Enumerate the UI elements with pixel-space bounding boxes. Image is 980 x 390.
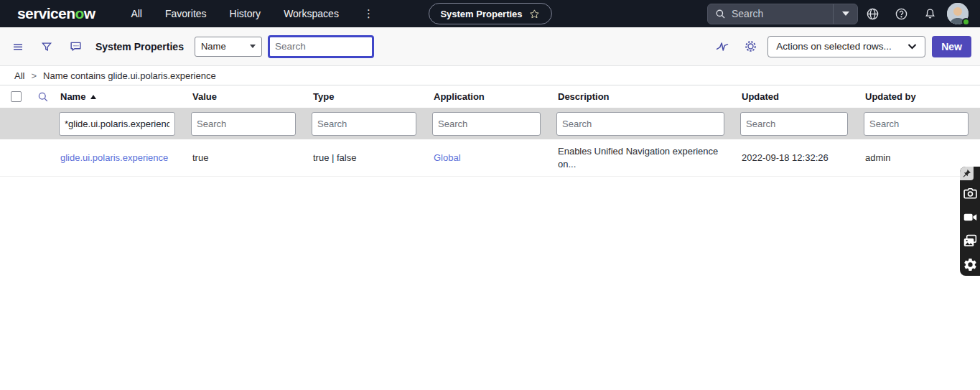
help-button[interactable]: [887, 0, 915, 27]
filter-button[interactable]: [40, 40, 53, 53]
column-header-description[interactable]: Description: [552, 85, 736, 108]
filter-input-description[interactable]: [556, 112, 724, 136]
search-scope-toggle[interactable]: [834, 4, 857, 24]
filter-row-spacer: [32, 108, 55, 139]
filter-input-type[interactable]: [312, 112, 416, 136]
filter-input-name[interactable]: [59, 112, 175, 136]
camera-icon: [963, 186, 978, 201]
record-button[interactable]: [962, 209, 978, 225]
global-search-input[interactable]: [732, 8, 823, 19]
list-table: Name Value Type Application Description …: [0, 85, 980, 177]
column-header-type[interactable]: Type: [307, 85, 428, 108]
column-header-value[interactable]: Value: [187, 85, 307, 108]
search-field-select[interactable]: Name: [195, 37, 262, 57]
context-pill[interactable]: System Properties: [428, 3, 551, 24]
context-pill-label: System Properties: [440, 9, 522, 19]
breadcrumb: All > Name contains glide.ui.polaris.exp…: [0, 66, 980, 85]
filter-cell-updated-by: [859, 108, 980, 139]
breadcrumb-all[interactable]: All: [14, 70, 24, 81]
star-icon[interactable]: [529, 9, 540, 19]
chat-button[interactable]: [69, 40, 83, 53]
presence-dot: [962, 18, 970, 26]
chat-icon: [69, 40, 83, 53]
cell-type: true | false: [307, 139, 428, 177]
nav-item-workspaces[interactable]: Workspaces: [272, 8, 350, 19]
filter-input-value[interactable]: [191, 112, 296, 136]
filter-input-updated[interactable]: [740, 112, 848, 136]
search-icon: [715, 9, 726, 19]
breadcrumb-filter[interactable]: Name contains glide.ui.polaris.experienc…: [43, 70, 216, 81]
application-link[interactable]: Global: [434, 152, 461, 163]
search-field-value: Name: [201, 41, 226, 52]
actions-select-value: Actions on selected rows...: [776, 41, 892, 52]
column-header-updated[interactable]: Updated: [736, 85, 859, 108]
images-icon: [963, 233, 978, 249]
toolbar-right-cluster: Actions on selected rows... New: [715, 36, 980, 57]
more-vertical-icon[interactable]: ⋮: [359, 7, 378, 20]
pin-icon: [962, 169, 971, 178]
cell-application: Global: [428, 139, 552, 177]
global-search[interactable]: [707, 4, 858, 24]
select-all-checkbox[interactable]: [11, 91, 22, 102]
new-button[interactable]: New: [932, 36, 971, 57]
notifications-button[interactable]: [915, 0, 944, 27]
filter-input-application[interactable]: [432, 112, 541, 136]
capture-settings-button[interactable]: [962, 256, 978, 272]
top-nav: servicenow All Favorites History Workspa…: [0, 0, 980, 27]
primary-nav: All Favorites History Workspaces: [119, 8, 350, 19]
list-search-input[interactable]: [268, 35, 374, 58]
search-icon: [37, 91, 49, 103]
gear-icon: [963, 257, 978, 272]
menu-button[interactable]: [11, 40, 24, 53]
column-header-name[interactable]: Name: [55, 85, 187, 108]
nav-item-all[interactable]: All: [119, 8, 154, 19]
cell-description: Enables Unified Navigation experience on…: [552, 139, 736, 177]
gallery-button[interactable]: [962, 233, 978, 249]
breadcrumb-separator: >: [31, 70, 37, 81]
nav-right-cluster: [707, 0, 973, 27]
row-checkbox-cell: [0, 139, 32, 177]
pulse-icon: [715, 40, 729, 54]
row-spacer-cell: [32, 139, 55, 177]
nav-item-history[interactable]: History: [218, 8, 273, 19]
chevron-down-icon: [250, 45, 256, 48]
globe-button[interactable]: [858, 0, 887, 27]
record-link[interactable]: glide.ui.polaris.experience: [60, 152, 168, 163]
list-insights-button[interactable]: [715, 40, 729, 54]
filter-cell-type: [307, 108, 428, 139]
logo-text: servicen: [17, 5, 75, 22]
column-header-application[interactable]: Application: [428, 85, 552, 108]
avatar[interactable]: [947, 3, 969, 24]
logo-accent-o: o: [75, 5, 83, 22]
filter-input-updated-by[interactable]: [864, 112, 969, 136]
menu-icon: [11, 40, 24, 53]
filter-cell-application: [428, 108, 552, 139]
cell-updated: 2022-09-18 12:32:26: [736, 139, 859, 177]
list-title: System Properties: [95, 41, 184, 52]
cell-value: true: [187, 139, 307, 177]
filter-row-spacer: [0, 108, 32, 139]
chevron-down-icon: [907, 43, 917, 50]
filter-cell-value: [187, 108, 307, 139]
pin-button[interactable]: [960, 167, 974, 180]
column-header-updated-by[interactable]: Updated by: [859, 85, 980, 108]
sort-ascending-icon: [90, 95, 96, 99]
cell-name: glide.ui.polaris.experience: [55, 139, 187, 177]
list-settings-button[interactable]: [744, 40, 757, 53]
filter-cell-name: [55, 108, 187, 139]
servicenow-logo[interactable]: servicenow: [17, 5, 95, 22]
select-all-cell: [0, 85, 32, 108]
chevron-down-icon: [842, 11, 849, 16]
filter-cell-updated: [736, 108, 859, 139]
gear-icon: [744, 40, 757, 53]
filter-cell-description: [552, 108, 736, 139]
actions-select[interactable]: Actions on selected rows...: [767, 36, 925, 57]
screenshot-button[interactable]: [962, 185, 978, 201]
column-search-toggle[interactable]: [32, 85, 55, 108]
video-icon: [963, 210, 978, 225]
funnel-icon: [40, 40, 53, 53]
nav-item-favorites[interactable]: Favorites: [154, 8, 218, 19]
capture-toolbar: [960, 167, 980, 276]
list-toolbar: System Properties Name Actions on select…: [0, 27, 980, 66]
